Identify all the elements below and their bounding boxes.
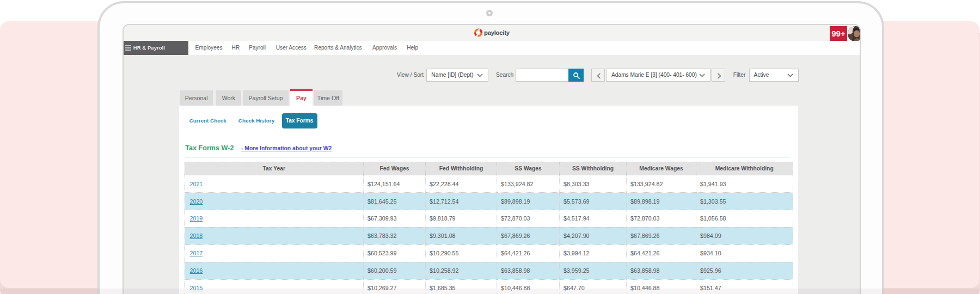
svg-text:paylocity: paylocity	[484, 29, 510, 36]
